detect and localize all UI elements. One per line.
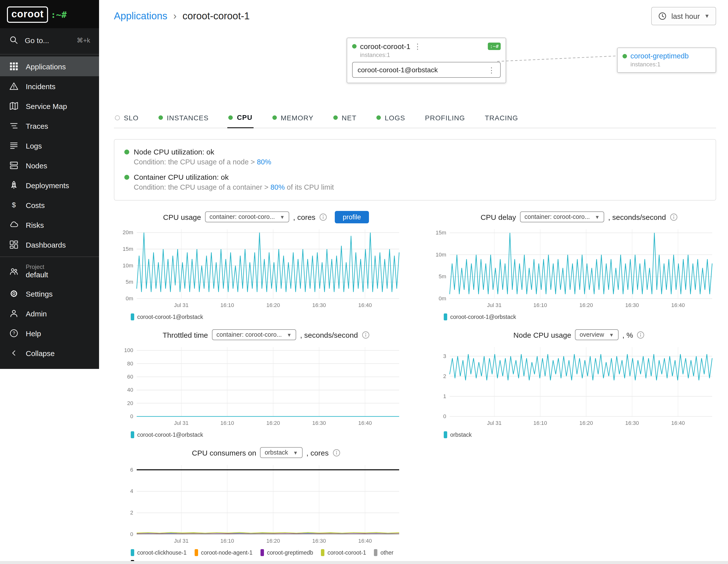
series-selector[interactable]: container: coroot-coro...▼ bbox=[212, 329, 296, 340]
threshold-link[interactable]: 80% bbox=[270, 183, 285, 191]
linked-app-link[interactable]: coroot-greptimedb bbox=[630, 52, 689, 60]
threshold-link[interactable]: 80% bbox=[257, 158, 271, 166]
project-label: Project bbox=[26, 263, 48, 270]
tab-slo[interactable]: SLO bbox=[114, 109, 140, 128]
info-icon[interactable] bbox=[333, 449, 340, 456]
chart-cpu-delay: CPU delay container: coroot-coro...▼ , s… bbox=[427, 210, 716, 320]
legend-label: coroot-coroot-1 bbox=[328, 550, 366, 556]
tab-net[interactable]: NET bbox=[332, 109, 358, 128]
coroot-logo[interactable]: coroot :~# bbox=[0, 0, 99, 28]
chart-legend: coroot-coroot-1@orbstack bbox=[444, 313, 716, 320]
legend-swatch bbox=[444, 431, 447, 438]
linked-node-card[interactable]: coroot-greptimedb instances:1 bbox=[617, 48, 716, 73]
sidebar-item-costs[interactable]: $Costs bbox=[0, 195, 99, 215]
kebab-menu-icon[interactable]: ⋮ bbox=[488, 66, 495, 74]
help-icon: ? bbox=[9, 328, 19, 338]
sidebar-item-deployments[interactable]: Deployments bbox=[0, 175, 99, 195]
chart-plot[interactable]: Jul 3116:1016:2016:3016:40020406080100 bbox=[114, 343, 403, 430]
app-node-card[interactable]: coroot-coroot-1 ⋮ :~# instances:1 coroot… bbox=[347, 38, 506, 83]
info-icon[interactable] bbox=[637, 331, 645, 338]
svg-text:0: 0 bbox=[130, 413, 133, 419]
legend-item[interactable]: coroot-clickhouse-1 bbox=[131, 549, 186, 556]
time-range-selector[interactable]: last hour ▼ bbox=[651, 7, 716, 25]
tab-status-dot bbox=[115, 115, 120, 120]
chart-plot[interactable]: Jul 3116:1016:2016:3016:400123 bbox=[427, 343, 716, 430]
svg-text:16:40: 16:40 bbox=[358, 302, 372, 308]
svg-text:16:30: 16:30 bbox=[625, 420, 639, 426]
profile-button[interactable]: profile bbox=[335, 211, 369, 223]
breadcrumb-current: coroot-coroot-1 bbox=[182, 10, 250, 22]
sidebar-item-applications[interactable]: Applications bbox=[0, 56, 99, 76]
tab-instances[interactable]: INSTANCES bbox=[157, 109, 210, 128]
instances-label: instances:1 bbox=[630, 61, 711, 68]
svg-text:16:10: 16:10 bbox=[533, 420, 547, 426]
svg-text:15m: 15m bbox=[123, 246, 133, 252]
chart-title: CPU usage bbox=[163, 213, 201, 221]
chart-plot[interactable]: Jul 3116:1016:2016:3016:400m5m10m15m20m bbox=[114, 225, 403, 312]
svg-text:15m: 15m bbox=[436, 230, 446, 236]
svg-text:16:20: 16:20 bbox=[579, 302, 593, 308]
charts-col-left: CPU usage container: coroot-coro...▼ , c… bbox=[114, 210, 403, 564]
sidebar-item-settings[interactable]: Settings bbox=[0, 284, 99, 304]
legend-item[interactable]: orbstack bbox=[444, 431, 472, 438]
sidebar-item-traces[interactable]: Traces bbox=[0, 116, 99, 136]
svg-text:Jul 31: Jul 31 bbox=[487, 302, 502, 308]
chart-throttled-time: Throttled time container: coroot-coro...… bbox=[114, 328, 403, 438]
breadcrumb-applications-link[interactable]: Applications bbox=[114, 10, 167, 22]
svg-text:2: 2 bbox=[130, 510, 133, 516]
sidebar-item-label: Settings bbox=[26, 289, 52, 298]
sidebar-item-risks[interactable]: Risks bbox=[0, 215, 99, 235]
kebab-menu-icon[interactable]: ⋮ bbox=[414, 43, 421, 50]
tab-logs[interactable]: LOGS bbox=[375, 109, 406, 128]
sidebar-item-logs[interactable]: Logs bbox=[0, 136, 99, 155]
chevron-down-icon: ▼ bbox=[595, 214, 600, 220]
info-icon[interactable] bbox=[319, 213, 327, 221]
legend-item[interactable]: coroot-coroot-1@orbstack bbox=[444, 313, 516, 320]
goto-search[interactable]: Go to... ⌘+k bbox=[0, 28, 99, 52]
legend-item[interactable]: other bbox=[374, 549, 393, 556]
sidebar-item-admin[interactable]: Admin bbox=[0, 304, 99, 323]
svg-text:16:30: 16:30 bbox=[312, 538, 326, 544]
legend-item[interactable]: coroot-coroot-1@orbstack bbox=[131, 431, 203, 438]
series-selector[interactable]: container: coroot-coro...▼ bbox=[520, 211, 604, 222]
legend-item[interactable]: coroot-coroot-1@orbstack bbox=[131, 313, 203, 320]
tab-cpu[interactable]: CPU bbox=[228, 109, 254, 128]
instance-name: coroot-coroot-1@orbstack bbox=[358, 66, 438, 74]
check-condition: Condition: the CPU usage of a node > 80% bbox=[134, 158, 706, 166]
chart-cpu-consumers: CPU consumers on orbstack▼ , cores Jul 3… bbox=[114, 446, 403, 564]
svg-text:0m: 0m bbox=[439, 295, 446, 302]
svg-text:1: 1 bbox=[443, 393, 446, 399]
info-icon[interactable] bbox=[362, 331, 369, 338]
sidebar-item-dashboards[interactable]: Dashboards bbox=[0, 235, 99, 255]
tab-profiling[interactable]: PROFILING bbox=[424, 109, 466, 128]
chart-header: CPU consumers on orbstack▼ , cores bbox=[114, 446, 403, 459]
sidebar-item-incidents[interactable]: Incidents bbox=[0, 76, 99, 96]
chart-unit: , % bbox=[622, 331, 633, 339]
nodes-icon bbox=[9, 160, 19, 170]
view-selector[interactable]: overview▼ bbox=[575, 329, 618, 340]
sidebar-item-nodes[interactable]: Nodes bbox=[0, 155, 99, 175]
series-selector[interactable]: container: coroot-coro...▼ bbox=[205, 211, 289, 222]
chart-title: Throttled time bbox=[163, 331, 208, 339]
legend-swatch bbox=[374, 549, 378, 556]
chart-plot[interactable]: Jul 3116:1016:2016:3016:400m5m10m15m bbox=[427, 225, 716, 312]
legend-item[interactable]: coroot-node-agent-1 bbox=[194, 549, 252, 556]
tab-memory[interactable]: MEMORY bbox=[271, 109, 314, 128]
node-selector[interactable]: orbstack▼ bbox=[260, 447, 302, 458]
chart-plot[interactable]: Jul 3116:1016:2016:3016:400246 bbox=[114, 461, 403, 548]
sidebar-project[interactable]: Project default bbox=[0, 259, 99, 284]
svg-text:16:40: 16:40 bbox=[671, 420, 685, 426]
legend-item[interactable]: coroot-coroot-1 bbox=[321, 549, 366, 556]
info-icon[interactable] bbox=[670, 213, 677, 221]
service-map: coroot-coroot-1 ⋮ :~# instances:1 coroot… bbox=[114, 34, 716, 102]
svg-text:16:20: 16:20 bbox=[579, 420, 593, 426]
sidebar-item-service-map[interactable]: Service Map bbox=[0, 96, 99, 116]
tab-tracing[interactable]: TRACING bbox=[484, 109, 519, 128]
top-bar: Applications › coroot-coroot-1 last hour… bbox=[114, 0, 716, 32]
legend-item[interactable]: coroot-greptimedb bbox=[260, 549, 313, 556]
map-connector-line bbox=[496, 53, 628, 64]
sidebar-item-collapse[interactable]: Collapse bbox=[0, 343, 99, 363]
sidebar-item-help[interactable]: ?Help bbox=[0, 323, 99, 343]
instance-box[interactable]: coroot-coroot-1@orbstack ⋮ bbox=[352, 62, 501, 78]
chart-node-cpu-usage: Node CPU usage overview▼ , % Jul 3116:10… bbox=[427, 328, 716, 438]
